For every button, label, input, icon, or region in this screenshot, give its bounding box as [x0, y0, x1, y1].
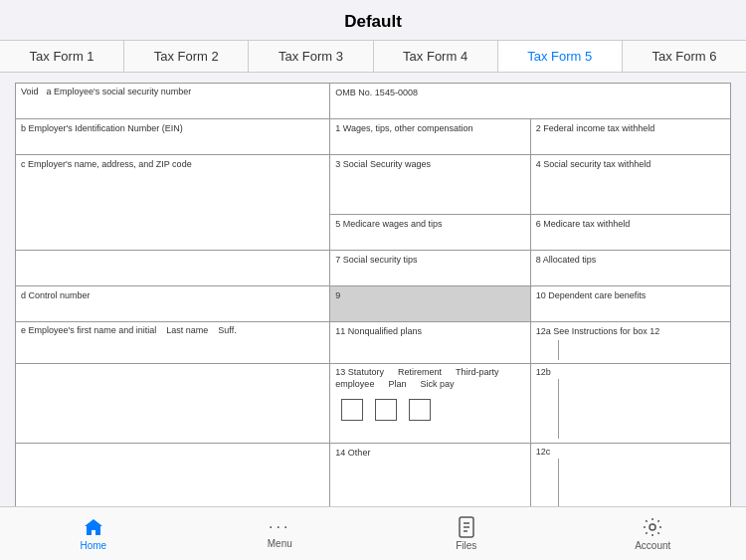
page-title: Default — [344, 12, 402, 31]
control-number-cell: d Control number — [16, 286, 330, 322]
box12c-input[interactable] — [559, 459, 725, 506]
employee-name-input[interactable] — [21, 335, 324, 353]
other-cell: 14 Other — [330, 444, 530, 507]
zip-cell — [16, 444, 330, 507]
ss-withheld-input[interactable] — [536, 169, 725, 187]
ssn-input[interactable] — [21, 96, 324, 114]
medicare-wages-cell: 5 Medicare wages and tips — [330, 215, 530, 251]
svg-point-1 — [650, 524, 655, 530]
box12a-input-area — [536, 340, 725, 360]
nav-files[interactable]: Files — [373, 507, 560, 560]
tab-tax-form-1[interactable]: Tax Form 1 — [0, 41, 124, 72]
federal-tax-input[interactable] — [536, 133, 725, 151]
retirement-plan-checkbox[interactable] — [375, 399, 397, 421]
box12a-cell: 12a See Instructions for box 12 — [530, 322, 730, 364]
other-input[interactable] — [335, 458, 524, 475]
box12b-input[interactable] — [559, 379, 725, 439]
field-9-input[interactable] — [335, 300, 524, 318]
gear-icon — [642, 516, 663, 538]
table-row: 14 Other 12c — [16, 444, 731, 507]
table-row: b Employer's Identification Number (EIN)… — [16, 119, 731, 155]
wages-cell: 1 Wages, tips, other compensation — [330, 119, 530, 155]
statutory-employee-checkbox[interactable] — [341, 399, 363, 421]
tab-tax-form-4[interactable]: Tax Form 4 — [374, 41, 498, 72]
ss-wages-input[interactable] — [335, 169, 524, 187]
tab-tax-form-3[interactable]: Tax Form 3 — [249, 41, 373, 72]
federal-tax-cell: 2 Federal income tax withheld — [530, 119, 730, 155]
nav-menu[interactable]: ··· Menu — [187, 507, 374, 560]
statutory-cell: 13 Statutory Retirement Third-party empl… — [330, 364, 530, 444]
home-icon — [83, 516, 104, 538]
omb-value — [335, 97, 725, 115]
box12b-area — [536, 379, 725, 439]
employer-name-cell: c Employer's name, address, and ZIP code — [16, 155, 330, 251]
field-9-cell: 9 — [330, 286, 530, 322]
medicare-withheld-input[interactable] — [536, 229, 725, 247]
ein-input[interactable] — [21, 133, 324, 151]
allocated-tips-input[interactable] — [536, 265, 725, 282]
bottom-nav: Home ··· Menu Files Account — [0, 506, 746, 560]
ein-cell: b Employer's Identification Number (EIN) — [16, 119, 330, 155]
tax-form-table: Void a Employee's social security number… — [15, 83, 731, 506]
table-row: c Employer's name, address, and ZIP code… — [16, 155, 731, 215]
ss-tips-input[interactable] — [335, 265, 524, 282]
ss-wages-cell: 3 Social Security wages — [330, 155, 530, 215]
tab-tax-form-2[interactable]: Tax Form 2 — [124, 41, 249, 72]
nav-account[interactable]: Account — [560, 507, 747, 560]
dependent-care-input[interactable] — [536, 300, 725, 318]
page-header: Default — [0, 0, 746, 41]
ss-tips-cell-left — [16, 251, 330, 286]
tab-tax-form-5[interactable]: Tax Form 5 — [498, 41, 623, 72]
employer-name-input[interactable] — [21, 169, 324, 187]
menu-dots-icon: ··· — [269, 518, 290, 536]
table-row: Void a Employee's social security number… — [16, 84, 731, 119]
nonqualified-input[interactable] — [335, 336, 524, 354]
table-row: 13 Statutory Retirement Third-party empl… — [16, 364, 731, 444]
box12b-cell: 12b — [530, 364, 730, 444]
medicare-withheld-cell: 6 Medicare tax withheld — [530, 215, 730, 251]
void-ssn-cell: Void a Employee's social security number — [16, 84, 330, 119]
allocated-tips-cell: 8 Allocated tips — [530, 251, 730, 286]
wages-input[interactable] — [335, 133, 524, 151]
nav-home[interactable]: Home — [0, 507, 187, 560]
main-content: Void a Employee's social security number… — [0, 73, 746, 506]
ss-tips-cell: 7 Social security tips — [330, 251, 530, 286]
files-icon — [457, 516, 476, 538]
medicare-wages-input[interactable] — [335, 229, 524, 247]
box12c-cell: 12c — [530, 444, 730, 507]
dependent-care-cell: 10 Dependent care benefits — [530, 286, 730, 322]
table-row: e Employee's first name and initial Last… — [16, 322, 731, 364]
tab-tax-form-6[interactable]: Tax Form 6 — [623, 41, 746, 72]
box12a-value[interactable] — [558, 340, 725, 360]
ss-withheld-cell: 4 Social security tax withheld — [530, 155, 730, 215]
tab-bar: Tax Form 1 Tax Form 2 Tax Form 3 Tax For… — [0, 41, 746, 73]
omb-cell: OMB No. 1545-0008 — [330, 84, 731, 119]
third-party-sick-checkbox[interactable] — [409, 399, 431, 421]
nonqualified-cell: 11 Nonqualified plans — [330, 322, 530, 364]
table-row: 7 Social security tips 8 Allocated tips — [16, 251, 731, 286]
employee-name-cell: e Employee's first name and initial Last… — [16, 322, 330, 364]
box12c-area — [536, 459, 725, 506]
employee-address-cell — [16, 364, 330, 444]
table-row: d Control number 9 10 Dependent care ben… — [16, 286, 731, 322]
control-number-input[interactable] — [21, 300, 324, 318]
